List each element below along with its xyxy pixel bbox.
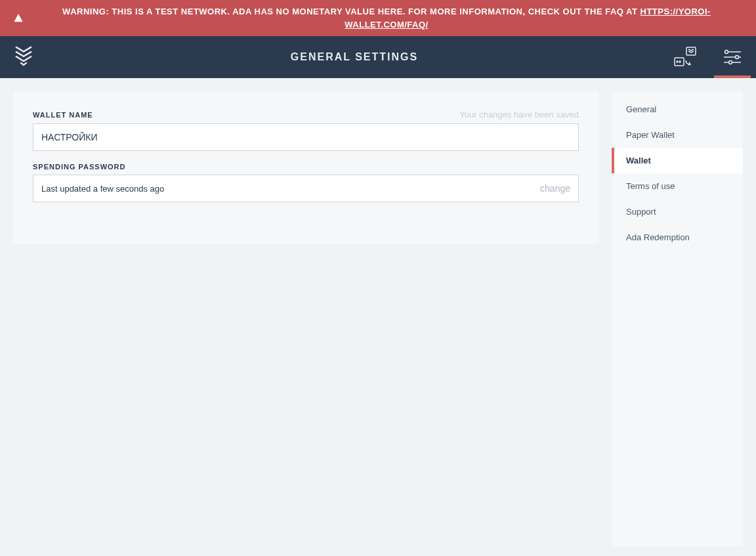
svg-point-6	[736, 56, 739, 59]
wallet-settings-card: WALLET NAME Your changes have been saved…	[13, 91, 598, 244]
page-title: GENERAL SETTINGS	[47, 36, 662, 78]
change-password-link[interactable]: change	[540, 183, 570, 194]
warning-prefix: WARNING: THIS IS A TEST NETWORK. ADA HAS…	[62, 7, 640, 16]
spending-password-updated-text: Last updated a few seconds ago	[41, 184, 164, 194]
svg-rect-0	[686, 47, 696, 55]
test-network-warning-banner: WARNING: THIS IS A TEST NETWORK. ADA HAS…	[0, 0, 756, 36]
warning-text: WARNING: THIS IS A TEST NETWORK. ADA HAS…	[30, 5, 743, 31]
sidebar-item-terms-of-use[interactable]: Terms of use	[612, 173, 743, 199]
app-logo[interactable]	[0, 36, 47, 78]
sidebar-item-wallet[interactable]: Wallet	[612, 148, 743, 173]
sidebar-item-support[interactable]: Support	[612, 199, 743, 225]
spending-password-label: SPENDING PASSWORD	[33, 163, 125, 171]
warning-triangle-icon	[13, 13, 24, 24]
settings-button[interactable]	[709, 36, 756, 78]
app-header: GENERAL SETTINGS	[0, 36, 756, 78]
spending-password-row: Last updated a few seconds ago change	[33, 175, 579, 202]
svg-point-3	[679, 61, 681, 62]
svg-point-2	[677, 61, 678, 62]
wallet-name-input[interactable]	[33, 123, 579, 151]
wallet-name-label: WALLET NAME	[33, 111, 93, 119]
sidebar-item-ada-redemption[interactable]: Ada Redemption	[612, 225, 743, 250]
wallet-name-field: WALLET NAME Your changes have been saved	[33, 110, 579, 151]
wallet-switch-button[interactable]	[662, 36, 709, 78]
svg-point-9	[729, 61, 732, 64]
wallet-name-saved-status: Your changes have been saved	[459, 110, 579, 119]
svg-point-4	[725, 51, 728, 54]
content-area: WALLET NAME Your changes have been saved…	[0, 78, 756, 556]
settings-sidebar: General Paper Wallet Wallet Terms of use…	[612, 91, 743, 546]
spending-password-field: SPENDING PASSWORD Last updated a few sec…	[33, 163, 579, 202]
header-actions	[662, 36, 756, 78]
sidebar-item-general[interactable]: General	[612, 96, 743, 122]
sidebar-item-paper-wallet[interactable]: Paper Wallet	[612, 122, 743, 148]
